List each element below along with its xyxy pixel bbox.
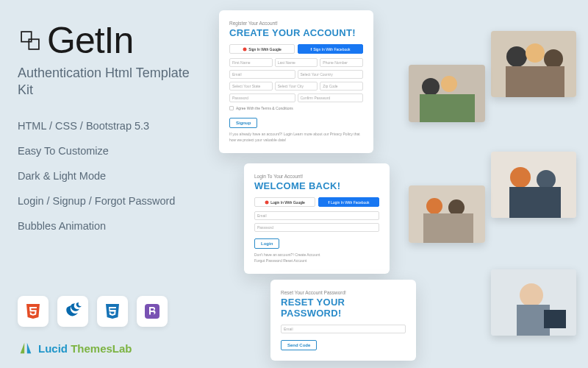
login-button[interactable]: Login	[254, 238, 279, 249]
svg-point-3	[243, 47, 247, 51]
bootstrap-icon	[137, 296, 168, 327]
svg-point-19	[426, 198, 442, 214]
zip-field[interactable]: Zip Code	[320, 82, 363, 91]
feature-list: HTML / CSS / Bootstrap 5.3 Easy To Custo…	[18, 120, 201, 232]
svg-rect-0	[21, 32, 32, 42]
last-name-field[interactable]: Last Name	[275, 58, 318, 67]
svg-rect-9	[506, 66, 564, 97]
photo-team-2	[409, 65, 485, 122]
google-signup-button[interactable]: Sign In With Google	[229, 44, 295, 54]
confirm-password-field[interactable]: Confirm Password	[298, 93, 364, 102]
html5-icon	[18, 296, 49, 327]
svg-point-15	[510, 167, 531, 188]
login-card: Login To Your Account! WELCOME BACK! Log…	[244, 163, 390, 274]
brand-name: GetIn	[47, 19, 133, 62]
signup-button[interactable]: Signup	[229, 118, 257, 128]
state-select[interactable]: Select Your State	[229, 82, 273, 91]
reset-title: RESET YOUR PASSWORD!	[281, 297, 406, 319]
reset-subtitle: Reset Your Account Password!	[281, 290, 406, 295]
vendor-name: Lucid ThemesLab	[38, 342, 132, 355]
photo-team-4	[409, 185, 485, 243]
tech-badges	[18, 296, 168, 327]
css3-icon	[97, 296, 128, 327]
svg-point-16	[537, 170, 556, 189]
facebook-signup-button[interactable]: fSign In With Facebook	[298, 44, 363, 54]
signup-subtitle: Register Your Account!	[229, 21, 363, 26]
svg-point-20	[448, 199, 465, 216]
first-name-field[interactable]: First Name	[229, 58, 273, 67]
login-email-field[interactable]: Email	[254, 211, 379, 220]
feature-item: Bubbles Animation	[18, 220, 201, 232]
signup-card: Register Your Account! CREATE YOUR ACCOU…	[219, 10, 373, 153]
svg-rect-17	[509, 187, 561, 218]
getin-logo-icon	[18, 28, 43, 53]
svg-point-23	[520, 283, 543, 307]
vendor-logo: Lucid ThemesLab	[18, 340, 132, 356]
login-title: WELCOME BACK!	[254, 180, 379, 191]
brand-logo: GetIn	[18, 19, 201, 62]
reset-email-field[interactable]: Email	[281, 325, 406, 333]
login-password-field[interactable]: Password	[254, 223, 379, 232]
google-login-button[interactable]: Login In With Google	[254, 197, 315, 207]
photo-team-1	[491, 31, 576, 97]
vendor-icon	[18, 340, 34, 356]
email-field[interactable]: Email	[229, 70, 295, 79]
password-field[interactable]: Password	[229, 93, 295, 102]
svg-point-8	[544, 49, 563, 68]
signup-title: CREATE YOUR ACCOUNT!	[229, 27, 363, 38]
svg-rect-21	[423, 213, 473, 243]
svg-rect-13	[420, 94, 475, 122]
svg-point-7	[526, 43, 545, 63]
login-footer: Don't have an account?! Create AccountFo…	[254, 252, 379, 263]
photo-person	[491, 269, 576, 336]
login-subtitle: Login To Your Account!	[254, 174, 379, 179]
country-select[interactable]: Select Your Country	[298, 70, 364, 79]
svg-point-4	[265, 200, 269, 204]
send-code-button[interactable]: Send Code	[281, 340, 317, 350]
photo-team-3	[491, 152, 576, 218]
signup-footer: If you already have an account?! Login L…	[229, 132, 363, 143]
photo-collage	[397, 0, 588, 368]
reset-card: Reset Your Account Password! RESET YOUR …	[270, 280, 416, 361]
svg-rect-1	[29, 39, 39, 49]
svg-point-6	[506, 46, 527, 67]
feature-item: HTML / CSS / Bootstrap 5.3	[18, 120, 201, 132]
facebook-login-button[interactable]: fLogin In With Facebook	[318, 197, 379, 207]
svg-point-11	[422, 78, 440, 96]
subtitle: Authentication Html Template Kit	[18, 65, 201, 99]
feature-item: Login / Signup / Forgot Password	[18, 195, 201, 207]
svg-rect-25	[544, 310, 566, 328]
terms-checkbox[interactable]: Agree With the Terms & Conditions	[229, 106, 363, 110]
svg-point-12	[441, 76, 457, 92]
city-select[interactable]: Select Your City	[275, 82, 318, 91]
jquery-icon	[57, 296, 88, 327]
feature-item: Easy To Customize	[18, 145, 201, 157]
feature-item: Dark & Light Mode	[18, 170, 201, 182]
phone-field[interactable]: Phone Number	[320, 58, 363, 67]
